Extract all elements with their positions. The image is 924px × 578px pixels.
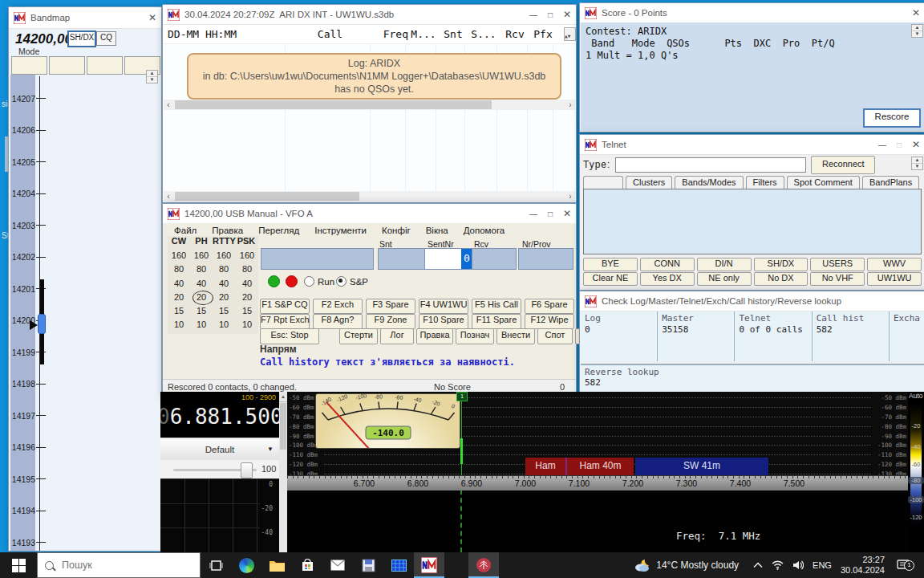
- close-icon[interactable]: ✕: [912, 7, 920, 18]
- entry-titlebar[interactable]: 14200,00 USB Manual - VFO A — □ ✕: [163, 204, 576, 224]
- start-button[interactable]: [0, 552, 37, 578]
- bandmap-titlebar[interactable]: Bandmap ✕: [9, 7, 161, 29]
- scroll-right-icon[interactable]: ›: [565, 100, 575, 110]
- fkey-button[interactable]: F7 Rpt Exch: [260, 314, 310, 329]
- store-button[interactable]: Внести: [496, 328, 535, 344]
- scroll-left-icon[interactable]: ‹: [164, 100, 173, 110]
- nrprov-field[interactable]: [518, 248, 573, 270]
- log-header[interactable]: DD-MM HH:MM Call Freq M... Snt S... Rcv …: [163, 25, 576, 44]
- frequency-scale[interactable]: 6.700 6.800 6.900 7.000 7.100 7.200 7.30…: [287, 475, 908, 490]
- close-icon[interactable]: ✕: [563, 208, 571, 219]
- menu-item[interactable]: Допомога: [464, 226, 505, 235]
- telnet-button[interactable]: SH/DX: [754, 258, 808, 271]
- callsign-field[interactable]: [261, 248, 374, 270]
- maximize-icon[interactable]: □: [897, 140, 902, 149]
- floppy-app-button[interactable]: [353, 552, 383, 578]
- edit-button[interactable]: Правка: [416, 328, 453, 344]
- telnet-tab[interactable]: Spot Comment: [787, 176, 860, 189]
- notification-center-button[interactable]: 1: [895, 560, 916, 572]
- telnet-button[interactable]: No DX: [754, 272, 808, 286]
- minimize-icon[interactable]: —: [529, 10, 537, 19]
- waterfall[interactable]: Freq: 7.1 MHz: [287, 490, 908, 552]
- taskbar-clock[interactable]: 23:27 30.04.2024: [841, 555, 886, 576]
- maximize-icon[interactable]: □: [548, 210, 553, 218]
- band-button[interactable]: 20: [168, 291, 190, 304]
- fkey-button[interactable]: F11 Spare: [472, 314, 521, 329]
- sdr-app-button[interactable]: [468, 552, 499, 578]
- wipe-button[interactable]: Стерти: [339, 328, 378, 344]
- fkey-button[interactable]: F12 Wipe: [525, 314, 574, 329]
- log-col-mode[interactable]: M...: [408, 28, 439, 40]
- esc-stop-button[interactable]: Esc: Stop: [260, 328, 319, 344]
- sp-radio[interactable]: S&P: [336, 276, 368, 287]
- rcv-field[interactable]: [472, 248, 517, 270]
- band-button[interactable]: 40: [236, 277, 258, 291]
- tab-blank[interactable]: [583, 176, 623, 189]
- minimize-icon[interactable]: —: [878, 140, 886, 149]
- band-button[interactable]: 20: [236, 291, 258, 304]
- band-button[interactable]: 160: [236, 249, 258, 263]
- store-button[interactable]: [292, 552, 322, 578]
- fkey-button[interactable]: F1 S&P CQ: [260, 299, 310, 314]
- band-button[interactable]: 15: [213, 304, 235, 318]
- spinner-down-icon[interactable]: ▼: [912, 31, 922, 37]
- sdr-vscrollbar[interactable]: ▲: [279, 392, 287, 552]
- telnet-tab[interactable]: Filters: [746, 176, 784, 189]
- telnet-button[interactable]: CONN: [640, 258, 695, 271]
- telnet-spinner[interactable]: ▲▼: [911, 157, 923, 170]
- fkey-button[interactable]: F4 UW1WU: [419, 299, 468, 314]
- band-button[interactable]: 20: [213, 291, 235, 304]
- run-radio[interactable]: Run: [304, 276, 334, 287]
- rescore-button[interactable]: Rescore: [863, 108, 921, 128]
- telnet-button[interactable]: No VHF: [810, 272, 865, 286]
- fkey-button[interactable]: F5 His Call: [472, 299, 521, 314]
- scroll-right-icon[interactable]: ›: [565, 192, 575, 201]
- telnet-button[interactable]: Yes DX: [640, 272, 695, 286]
- spot-button[interactable]: Спот: [537, 328, 573, 344]
- telnet-button[interactable]: BYE: [583, 258, 638, 271]
- speaker-icon[interactable]: [792, 560, 804, 570]
- fkey-button[interactable]: F3 Spare: [366, 299, 415, 314]
- telnet-button[interactable]: UW1WU: [867, 272, 922, 286]
- band-button[interactable]: 80: [190, 263, 213, 276]
- band-button[interactable]: 80: [236, 263, 258, 276]
- band-button[interactable]: 160: [168, 249, 190, 263]
- telnet-titlebar[interactable]: Telnet — □ ✕: [580, 135, 924, 155]
- fkey-button[interactable]: F8 Agn?: [313, 314, 363, 329]
- gain-slider-thumb[interactable]: [241, 462, 253, 478]
- bandmap-spinner[interactable]: ▲▼: [146, 70, 158, 83]
- mail-button[interactable]: [322, 552, 353, 578]
- spinner-up-icon[interactable]: ▲: [912, 157, 922, 164]
- band-button[interactable]: 15: [236, 304, 258, 318]
- cq-button[interactable]: CQ: [96, 31, 116, 46]
- mode-box[interactable]: [87, 56, 123, 75]
- band-button[interactable]: 80: [168, 263, 190, 276]
- telnet-button[interactable]: WWV: [867, 258, 922, 271]
- score-titlebar[interactable]: Score - 0 Points ✕: [580, 3, 924, 23]
- band-button[interactable]: 40: [168, 277, 190, 291]
- sdr-profile-dropdown[interactable]: Default ▼: [160, 438, 279, 461]
- mode-box[interactable]: [11, 56, 47, 75]
- taskbar-search[interactable]: [37, 552, 201, 578]
- shdx-button[interactable]: SH/DX: [67, 31, 96, 47]
- fkey-button[interactable]: F9 Zone: [366, 314, 415, 329]
- check-titlebar[interactable]: Check Log/Master/Telnet/Exch/Call histor…: [580, 291, 924, 311]
- scroll-up-icon[interactable]: ▲: [279, 392, 287, 402]
- sdr-frequency-display[interactable]: 100 - 2900 06.881.500: [160, 392, 279, 438]
- reconnect-button[interactable]: Reconnect: [811, 156, 875, 174]
- log-titlebar[interactable]: 30.04.2024 20:27:09Z ARI DX INT - UW1WU.…: [163, 5, 576, 25]
- scrollbar-thumb[interactable]: [280, 403, 286, 450]
- spinner-down-icon[interactable]: ▼: [568, 33, 571, 39]
- band-button[interactable]: 40: [190, 277, 213, 291]
- scroll-left-icon[interactable]: ‹: [164, 192, 173, 201]
- chevron-up-icon[interactable]: [753, 562, 763, 568]
- sentnr-field[interactable]: 0: [424, 248, 473, 270]
- scrollbar-thumb[interactable]: [175, 100, 492, 109]
- spectrum-app-button[interactable]: [383, 552, 414, 578]
- close-icon[interactable]: ✕: [912, 139, 920, 150]
- mode-box[interactable]: [49, 56, 85, 75]
- telnet-tab[interactable]: Bands/Modes: [675, 176, 743, 189]
- spinner-down-icon[interactable]: ▼: [912, 164, 922, 169]
- score-spinner[interactable]: ▲▼: [911, 24, 923, 38]
- band-button[interactable]: 80: [213, 263, 235, 276]
